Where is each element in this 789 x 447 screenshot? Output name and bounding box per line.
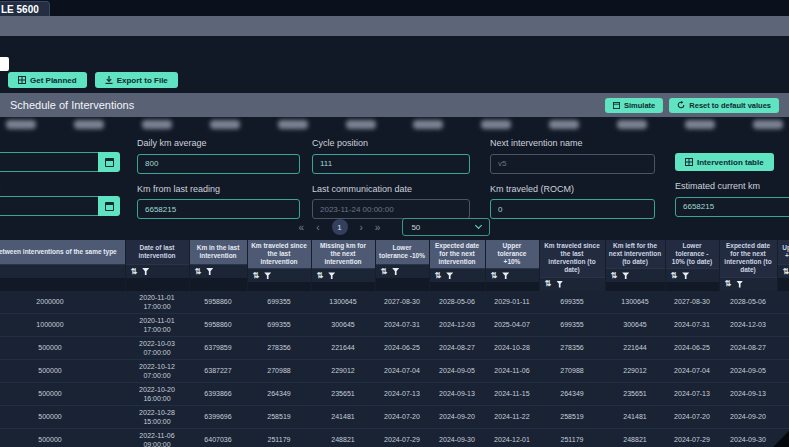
filter-icon[interactable]: [264, 272, 271, 279]
filter-icon[interactable]: [446, 272, 453, 279]
filter-icon[interactable]: [392, 268, 399, 275]
sort-icon[interactable]: ⇅: [381, 268, 388, 276]
blurred-chip: [617, 120, 647, 129]
column-header-label: Km in the last intervention: [190, 240, 247, 264]
sort-icon[interactable]: ⇅: [725, 280, 732, 288]
km-traveled-rocm-input[interactable]: [490, 199, 655, 219]
table-cell: 2024-09-20: [429, 406, 485, 429]
form-col-estimated: Intervention table Estimated current km: [675, 138, 789, 219]
sort-icon[interactable]: ⇅: [545, 280, 552, 288]
table-cell: 2024-11-06: [485, 360, 539, 383]
sort-icon[interactable]: ⇅: [253, 272, 260, 280]
last-reading-date-input[interactable]: [0, 196, 98, 216]
table-row: 20000002020-11-01 17:00:0059588606993551…: [0, 291, 789, 314]
table-cell: 2024-07-31: [665, 314, 719, 337]
calendar-icon: [105, 202, 114, 211]
start-date-input[interactable]: [0, 152, 98, 172]
last-page-button[interactable]: »: [375, 222, 381, 233]
column-header: Date of last intervention⇅: [125, 240, 189, 291]
panel-actions: Simulate Reset to default values: [605, 98, 779, 113]
table-cell: 2024-07-29: [665, 429, 719, 447]
panel-title: Schedule of Interventions: [10, 99, 134, 111]
download-icon: [105, 76, 113, 84]
table-cell: 2024-09-20: [719, 406, 777, 429]
estimated-current-km-input[interactable]: [675, 197, 789, 217]
form-col-cycle: Cycle position Last communication date: [312, 138, 470, 219]
get-planned-label: Get Planned: [30, 76, 77, 85]
page-tab-label: LE 5600: [1, 4, 39, 15]
table-cell: 500000: [0, 337, 125, 360]
page-size-value: 50: [411, 223, 420, 232]
column-header: Km left for the next intervention (to da…: [605, 240, 665, 291]
table-cell: 699355: [247, 314, 311, 337]
prev-page-button[interactable]: ‹: [316, 222, 319, 233]
table-cell: 2024-11-15: [777, 383, 789, 406]
simulate-label: Simulate: [624, 101, 655, 110]
filter-icon[interactable]: [142, 268, 149, 275]
tab-bar: LE 5600: [0, 0, 789, 16]
column-header: Upper tolerance +10% (to date)⇅: [777, 240, 789, 291]
last-communication-date-field: Last communication date: [312, 184, 470, 220]
table-cell: 248821: [605, 429, 665, 447]
filter-icon[interactable]: [328, 272, 335, 279]
filter-icon[interactable]: [206, 268, 213, 275]
next-page-button[interactable]: ›: [360, 222, 363, 233]
sort-icon[interactable]: ⇅: [491, 272, 498, 280]
form-col-km: Daily km average Km from last reading: [137, 138, 300, 219]
intervention-table-field: Intervention table: [675, 138, 789, 171]
sort-icon[interactable]: ⇅: [317, 272, 324, 280]
table-cell: 2020-11-01 17:00:00: [125, 314, 189, 337]
spacer-label: [675, 138, 789, 148]
corner-wedge: [773, 431, 789, 447]
blurred-chip: [685, 120, 715, 129]
table-cell: 1300645: [605, 291, 665, 314]
estimated-current-km-field: Estimated current km: [675, 181, 789, 217]
sort-icon[interactable]: ⇅: [195, 268, 202, 276]
column-header: Lower tolerance - 10% (to date)⇅: [665, 240, 719, 291]
column-header-tools: ⇅: [126, 264, 189, 278]
table-cell: 6407036: [189, 429, 247, 447]
table-cell: 2024-07-13: [375, 383, 429, 406]
start-date-calendar-button[interactable]: [98, 152, 120, 172]
parameters-form: Date of last reading Daily km average Km…: [0, 138, 789, 219]
simulate-button[interactable]: Simulate: [605, 98, 663, 113]
table-cell: 2029-01-11: [777, 291, 789, 314]
cycle-position-input[interactable]: [312, 154, 470, 174]
cycle-position-label: Cycle position: [312, 138, 470, 148]
table-row: 5000002022-10-20 16:00:00639386626434923…: [0, 383, 789, 406]
filter-icon[interactable]: [622, 272, 629, 279]
first-page-button[interactable]: «: [299, 222, 305, 233]
page-size-select[interactable]: 50: [402, 218, 490, 236]
filter-icon[interactable]: [502, 272, 509, 279]
sort-icon[interactable]: ⇅: [611, 272, 618, 280]
filter-icon[interactable]: [682, 272, 689, 279]
intervention-table-button[interactable]: Intervention table: [675, 153, 774, 171]
get-planned-button[interactable]: Get Planned: [8, 72, 87, 88]
sort-icon[interactable]: ⇅: [435, 272, 442, 280]
sort-icon[interactable]: ⇅: [783, 268, 789, 276]
table-cell: 2024-07-13: [665, 383, 719, 406]
export-to-file-button[interactable]: Export to File: [95, 72, 178, 88]
table-cell: 2024-08-27: [719, 337, 777, 360]
filter-icon[interactable]: [736, 281, 743, 288]
current-page-button[interactable]: 1: [332, 219, 348, 235]
table-cell: 6387227: [189, 360, 247, 383]
column-header-tools: ⇅: [720, 277, 777, 291]
table-cell: 2028-05-06: [429, 291, 485, 314]
page-tab[interactable]: LE 5600: [0, 1, 50, 16]
table-cell: 2024-08-27: [429, 337, 485, 360]
km-from-last-reading-input[interactable]: [137, 199, 300, 219]
column-header: Km between interventions of the same typ…: [0, 240, 125, 291]
next-intervention-name-label: Next intervention name: [490, 138, 655, 148]
sort-icon[interactable]: ⇅: [671, 272, 678, 280]
filter-icon[interactable]: [556, 281, 563, 288]
panel-header: Schedule of Interventions Simulate Reset…: [0, 93, 789, 117]
sort-icon[interactable]: ⇅: [131, 268, 138, 276]
app-window: LE 5600 Get Planned Export to File Sched…: [0, 0, 789, 447]
table-cell: 2029-01-11: [485, 291, 539, 314]
column-header-tools: ⇅: [190, 264, 247, 278]
daily-km-input[interactable]: [137, 154, 300, 174]
table-cell: 229012: [605, 360, 665, 383]
reset-defaults-button[interactable]: Reset to default values: [669, 98, 779, 113]
last-reading-calendar-button[interactable]: [98, 196, 120, 216]
